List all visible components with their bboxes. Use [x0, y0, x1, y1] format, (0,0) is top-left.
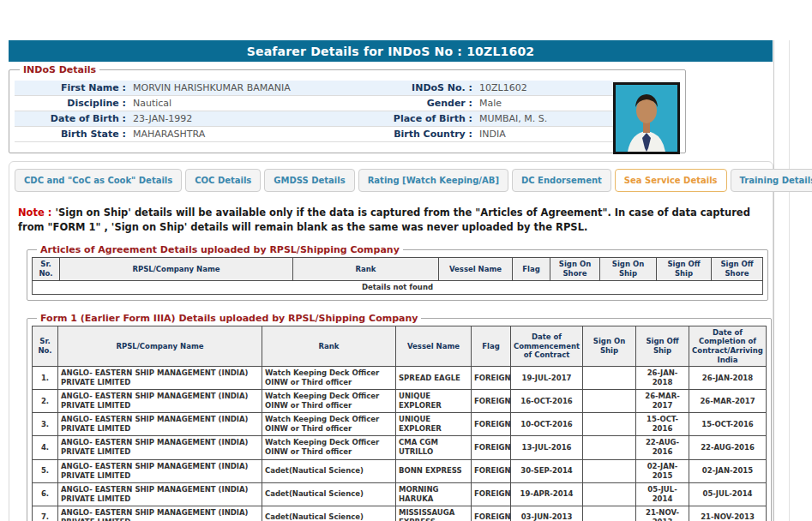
form1-header-completion: Date of Completion of Contract/Arriving …: [689, 326, 767, 367]
form1-cell-company: ANGLO- EASTERN SHIP MANAGEMENT (INDIA) P…: [58, 482, 262, 506]
form1-cell-completion: 02-JAN-2015: [689, 459, 767, 482]
form1-table-row: 7.ANGLO- EASTERN SHIP MANAGEMENT (INDIA)…: [33, 506, 767, 521]
form1-header-row: Sr. No. RPSL/Company Name Rank Vessel Na…: [33, 326, 767, 367]
birth-state-label: Birth State :: [15, 129, 129, 140]
form1-cell-rank: Watch Keeping Deck Officer OINW or Third…: [262, 390, 396, 413]
aoa-header-vessel: Vessel Name: [439, 258, 513, 280]
indos-details-rows: First Name : MORVIN HARISHKUMAR BAMANIA …: [15, 81, 680, 142]
form1-cell-flag: FOREIGN: [472, 367, 511, 390]
date-of-birth-value: 23-JAN-1992: [129, 113, 383, 124]
form1-cell-flag: FOREIGN: [472, 436, 511, 459]
form1-header-company: RPSL/Company Name: [58, 326, 262, 367]
form1-table-body: 1.ANGLO- EASTERN SHIP MANAGEMENT (INDIA)…: [33, 367, 767, 521]
form1-cell-sign-on-ship: [583, 506, 636, 521]
form1-cell-completion: 26-JAN-2018: [689, 367, 767, 390]
note-text: Note : 'Sign on Ship' details will be av…: [18, 206, 764, 234]
form1-cell-company: ANGLO- EASTERN SHIP MANAGEMENT (INDIA) P…: [58, 436, 262, 459]
form1-cell-sign-off-ship: 15-OCT-2016: [636, 413, 689, 436]
birth-country-label: Birth Country :: [383, 129, 476, 140]
tab-training-details[interactable]: Training Details: [731, 169, 812, 192]
page-title: Seafarer Details for INDoS No : 10ZL1602: [9, 40, 773, 62]
form1-cell-commencement: 19-JUL-2017: [511, 367, 583, 390]
first-name-label: First Name :: [15, 82, 129, 93]
form1-cell-flag: FOREIGN: [472, 413, 511, 436]
form1-cell-commencement: 10-OCT-2016: [511, 413, 583, 436]
gender-label: Gender :: [383, 98, 476, 109]
form1-cell-sign-off-ship: 26-MAR-2017: [636, 390, 689, 413]
aoa-header-sign-on-ship: Sign On Ship: [600, 258, 657, 280]
form1-cell-sr: 3.: [33, 413, 58, 436]
form1-cell-commencement: 03-JUN-2013: [511, 506, 583, 521]
indos-details-section: INDoS Details First Name : MORVIN HARISH…: [9, 64, 686, 153]
form1-cell-sign-on-ship: [583, 436, 636, 459]
form1-cell-vessel: SPREAD EAGLE: [396, 367, 472, 390]
tab-content-panel: CDC and "CoC as Cook" Details COC Detail…: [9, 161, 773, 521]
form1-cell-completion: 15-OCT-2016: [689, 413, 767, 436]
form1-header-sign-on-ship: Sign On Ship: [583, 326, 636, 367]
form1-cell-vessel: UNIQUE EXPLORER: [396, 390, 472, 413]
detail-row: Birth State : MAHARASHTRA Birth Country …: [15, 127, 680, 142]
form1-header-sign-off-ship: Sign Off Ship: [636, 326, 689, 367]
form1-cell-company: ANGLO- EASTERN SHIP MANAGEMENT (INDIA) P…: [58, 413, 262, 436]
tab-dc-endorsement[interactable]: DC Endorsement: [512, 169, 611, 192]
form1-cell-completion: 05-JUL-2014: [689, 482, 767, 506]
form1-cell-flag: FOREIGN: [472, 506, 511, 521]
form1-cell-commencement: 19-APR-2014: [511, 482, 583, 506]
form1-cell-completion: 21-NOV-2013: [689, 506, 767, 521]
form1-cell-vessel: MORNING HARUKA: [396, 482, 472, 506]
tab-coc-details[interactable]: COC Details: [185, 169, 261, 192]
form1-cell-vessel: UNIQUE EXPLORER: [396, 413, 472, 436]
form1-table-row: 2.ANGLO- EASTERN SHIP MANAGEMENT (INDIA)…: [33, 390, 767, 413]
articles-of-agreement-legend: Articles of Agreement Details uploaded b…: [37, 244, 403, 255]
form1-cell-rank: Watch Keeping Deck Officer OINW or Third…: [262, 367, 396, 390]
form1-cell-sign-on-ship: [583, 413, 636, 436]
form1-cell-rank: Cadet(Nautical Science): [262, 459, 396, 482]
tab-sea-service-details[interactable]: Sea Service Details: [615, 169, 727, 192]
form1-cell-commencement: 16-OCT-2016: [511, 390, 583, 413]
form1-table-row: 3.ANGLO- EASTERN SHIP MANAGEMENT (INDIA)…: [33, 413, 767, 436]
aoa-header-sign-off-shore: Sign Off Shore: [712, 258, 763, 280]
note-label: Note :: [18, 207, 51, 219]
aoa-header-company: RPSL/Company Name: [60, 258, 293, 280]
form1-cell-company: ANGLO- EASTERN SHIP MANAGEMENT (INDIA) P…: [58, 367, 262, 390]
form1-cell-sr: 2.: [33, 390, 58, 413]
aoa-header-row: Sr. No. RPSL/Company Name Rank Vessel Na…: [33, 258, 763, 280]
form1-cell-commencement: 30-SEP-2014: [511, 459, 583, 482]
aoa-header-sign-off-ship: Sign Off Ship: [657, 258, 712, 280]
aoa-header-flag: Flag: [513, 258, 550, 280]
tab-cdc-coc-as-cook[interactable]: CDC and "CoC as Cook" Details: [15, 169, 182, 192]
tab-bar: CDC and "CoC as Cook" Details COC Detail…: [15, 169, 767, 192]
form1-cell-rank: Cadet(Nautical Science): [262, 482, 396, 506]
discipline-value: Nautical: [129, 98, 383, 109]
form1-header-commencement: Date of Commencement of Contract: [511, 326, 583, 367]
form1-cell-completion: 26-MAR-2017: [689, 390, 767, 413]
form1-header-vessel: Vessel Name: [396, 326, 472, 367]
form1-cell-rank: Watch Keeping Deck Officer OINW or Third…: [262, 413, 396, 436]
form1-cell-sign-off-ship: 26-JAN-2018: [636, 367, 689, 390]
tab-rating-watch-keeping[interactable]: Rating [Watch Keeping/AB]: [358, 169, 508, 192]
form1-cell-sign-on-ship: [583, 367, 636, 390]
tab-gmdss-details[interactable]: GMDSS Details: [264, 169, 354, 192]
form1-cell-vessel: CMA CGM UTRILLO: [396, 436, 472, 459]
birth-state-value: MAHARASHTRA: [129, 129, 383, 140]
aoa-header-rank: Rank: [293, 258, 439, 280]
form1-cell-flag: FOREIGN: [472, 390, 511, 413]
discipline-label: Discipline :: [15, 98, 129, 109]
seafarer-photo-graphic: [616, 85, 677, 152]
form1-cell-sr: 4.: [33, 436, 58, 459]
form1-table-row: 4.ANGLO- EASTERN SHIP MANAGEMENT (INDIA)…: [33, 436, 767, 459]
form1-cell-sr: 6.: [33, 482, 58, 506]
form1-cell-sign-on-ship: [583, 390, 636, 413]
form1-cell-rank: Cadet(Nautical Science): [262, 506, 396, 521]
form1-cell-completion: 22-AUG-2016: [689, 436, 767, 459]
form1-table-row: 6.ANGLO- EASTERN SHIP MANAGEMENT (INDIA)…: [33, 482, 767, 506]
form1-header-sr-no: Sr. No.: [33, 326, 58, 367]
form1-table: Sr. No. RPSL/Company Name Rank Vessel Na…: [32, 326, 767, 521]
form1-cell-flag: FOREIGN: [472, 482, 511, 506]
form1-cell-sign-off-ship: 22-AUG-2016: [636, 436, 689, 459]
details-not-found-message: Details not found: [33, 280, 763, 294]
form1-cell-sr: 5.: [33, 459, 58, 482]
form1-header-flag: Flag: [472, 326, 511, 367]
form1-cell-commencement: 13-JUL-2016: [511, 436, 583, 459]
detail-row: First Name : MORVIN HARISHKUMAR BAMANIA …: [15, 81, 680, 96]
